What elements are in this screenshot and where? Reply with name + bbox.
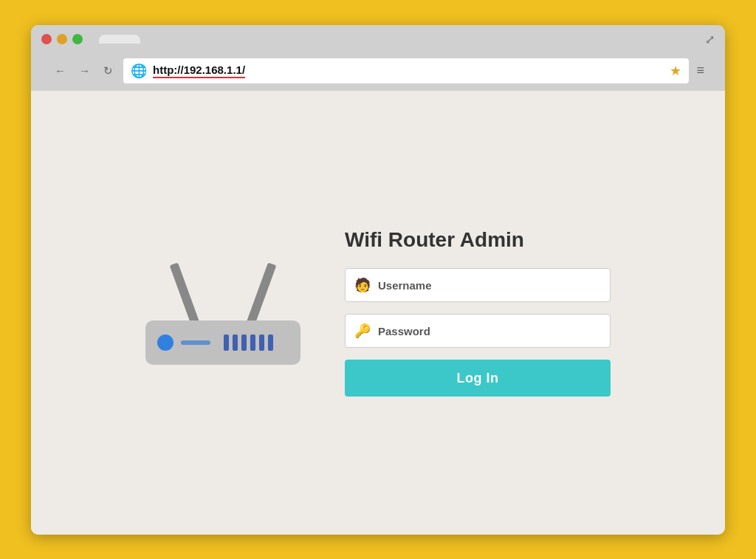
forward-button[interactable]: → bbox=[76, 63, 93, 78]
key-icon: 🔑 bbox=[354, 323, 371, 339]
traffic-lights bbox=[41, 34, 83, 44]
antenna-right bbox=[245, 262, 276, 328]
router-port bbox=[259, 335, 264, 351]
router-bar bbox=[181, 340, 210, 345]
address-bar-row: ← → ↻ 🌐 http://192.168.1.1/ ★ ≡ bbox=[41, 52, 715, 91]
router-port bbox=[224, 335, 229, 351]
browser-window: ⤢ ← → ↻ 🌐 http://192.168.1.1/ ★ ≡ bbox=[31, 25, 725, 535]
router-body bbox=[145, 320, 300, 365]
router-ports bbox=[224, 335, 273, 351]
close-button[interactable] bbox=[41, 34, 52, 44]
router-port bbox=[241, 335, 247, 351]
router-led bbox=[157, 335, 173, 351]
address-bar[interactable]: 🌐 http://192.168.1.1/ ★ bbox=[123, 58, 689, 83]
router-port bbox=[250, 335, 255, 351]
title-bar: ⤢ ← → ↻ 🌐 http://192.168.1.1/ ★ ≡ bbox=[31, 25, 725, 91]
router-illustration bbox=[145, 260, 300, 365]
back-button[interactable]: ← bbox=[52, 63, 69, 78]
antenna-left bbox=[170, 262, 201, 328]
login-title: Wifi Router Admin bbox=[345, 228, 611, 252]
username-input-wrapper[interactable]: 🧑 bbox=[345, 268, 611, 302]
username-input[interactable] bbox=[378, 279, 601, 292]
maximize-button[interactable] bbox=[72, 34, 83, 44]
login-panel: Wifi Router Admin 🧑 🔑 Log In bbox=[345, 228, 611, 397]
title-bar-top: ⤢ bbox=[41, 32, 715, 47]
browser-tab[interactable] bbox=[99, 35, 140, 44]
router-antennas bbox=[192, 260, 254, 326]
refresh-button[interactable]: ↻ bbox=[100, 63, 116, 79]
fullscreen-icon[interactable]: ⤢ bbox=[705, 32, 715, 47]
login-button[interactable]: Log In bbox=[345, 360, 611, 397]
router-port bbox=[233, 335, 238, 351]
menu-icon[interactable]: ≡ bbox=[696, 63, 704, 78]
globe-icon: 🌐 bbox=[131, 63, 147, 79]
password-input-wrapper[interactable]: 🔑 bbox=[345, 314, 611, 348]
page-content: Wifi Router Admin 🧑 🔑 Log In bbox=[31, 91, 725, 535]
minimize-button[interactable] bbox=[57, 34, 67, 44]
router-port bbox=[268, 335, 273, 351]
url-text[interactable]: http://192.168.1.1/ bbox=[153, 64, 245, 78]
user-icon: 🧑 bbox=[354, 277, 371, 293]
bookmark-icon[interactable]: ★ bbox=[670, 63, 681, 79]
password-input[interactable] bbox=[378, 325, 601, 337]
